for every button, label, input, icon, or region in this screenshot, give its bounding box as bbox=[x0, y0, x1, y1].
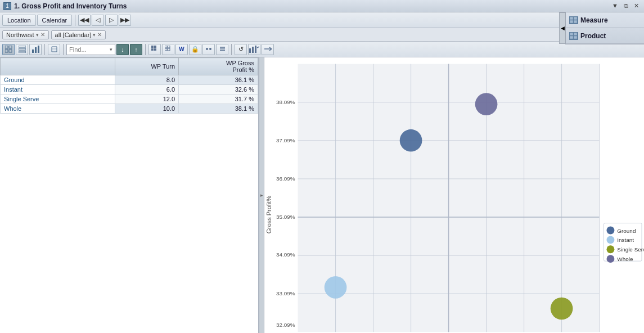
svg-rect-10 bbox=[5, 50, 8, 52]
table-row: Single Serve 12.0 31.7 % bbox=[1, 94, 258, 104]
location-button[interactable]: Location bbox=[2, 15, 36, 26]
find-up-btn[interactable]: ↑ bbox=[130, 44, 142, 55]
svg-rect-22 bbox=[165, 46, 167, 48]
filter-northwest-arrow[interactable]: ▾ bbox=[36, 32, 39, 38]
top-right-panel: ◀ Measure Product bbox=[565, 12, 644, 44]
bubble-ground[interactable] bbox=[400, 129, 422, 152]
nav-prev-btn[interactable]: ◁ bbox=[92, 15, 104, 26]
svg-point-78 bbox=[606, 255, 614, 263]
svg-rect-19 bbox=[154, 46, 156, 48]
cell-gross-profit: 38.1 % bbox=[179, 104, 258, 114]
col-header-gross: WP GrossProfit % bbox=[179, 58, 258, 75]
svg-point-74 bbox=[606, 236, 614, 244]
title-icon: 1 bbox=[3, 2, 11, 10]
options-btn4[interactable] bbox=[216, 44, 228, 55]
cell-gross-profit: 31.7 % bbox=[179, 94, 258, 104]
filter-calendar-remove[interactable]: ✕ bbox=[97, 32, 102, 38]
svg-text:37.09%: 37.09% bbox=[276, 137, 295, 143]
svg-rect-2 bbox=[570, 20, 573, 23]
svg-rect-5 bbox=[574, 33, 577, 35]
svg-point-27 bbox=[209, 48, 211, 50]
col-header-turn: WP Turn bbox=[115, 58, 179, 75]
sep4 bbox=[145, 44, 146, 55]
chart-options-btn[interactable] bbox=[248, 44, 260, 55]
nav-first-btn[interactable]: ◀◀ bbox=[78, 15, 91, 26]
svg-rect-9 bbox=[9, 46, 12, 48]
separator1 bbox=[75, 15, 75, 26]
view-grid-btn[interactable] bbox=[2, 44, 15, 55]
extra-view-btn[interactable] bbox=[48, 44, 60, 55]
svg-rect-4 bbox=[570, 33, 573, 35]
view-detail-btn[interactable] bbox=[16, 44, 28, 55]
refresh-btn[interactable]: ↺ bbox=[235, 44, 247, 55]
cell-name: Whole bbox=[1, 104, 115, 114]
svg-text:35.09%: 35.09% bbox=[276, 214, 295, 220]
cell-name: Ground bbox=[1, 75, 115, 85]
cell-name: Instant bbox=[1, 85, 115, 94]
svg-text:34.09%: 34.09% bbox=[276, 251, 295, 258]
svg-text:Whole: Whole bbox=[617, 256, 633, 262]
svg-rect-7 bbox=[574, 36, 577, 39]
main-content: WP Turn WP GrossProfit % Ground 8.0 36.1… bbox=[0, 57, 644, 333]
measure-row: Measure bbox=[566, 12, 644, 28]
nav-next-btn[interactable]: ▷ bbox=[105, 15, 118, 26]
svg-rect-20 bbox=[151, 48, 154, 51]
calendar-button[interactable]: Calendar bbox=[37, 15, 73, 26]
find-down-btn[interactable]: ↓ bbox=[116, 44, 129, 55]
svg-text:36.09%: 36.09% bbox=[276, 176, 295, 182]
svg-rect-8 bbox=[5, 46, 8, 48]
svg-text:Ground: Ground bbox=[617, 228, 636, 234]
nav-last-btn[interactable]: ▶▶ bbox=[119, 15, 131, 26]
bubble-single-serve[interactable] bbox=[551, 298, 573, 320]
chart-panel: 38.09% 37.09% 36.09% 35.09% 34.09% 33.09… bbox=[264, 57, 644, 333]
svg-rect-13 bbox=[19, 48, 26, 50]
panel-resize-handle[interactable]: ▸ bbox=[259, 57, 264, 333]
options-btn1[interactable] bbox=[148, 44, 161, 55]
toolbar2: ▾ ↓ ↑ W 🔒 ↺ bbox=[0, 42, 644, 57]
bubble-whole[interactable] bbox=[475, 93, 498, 115]
toolbar1: Location Calendar ◀◀ ◁ ▷ ▶▶ bbox=[0, 12, 644, 28]
filter-northwest-remove[interactable]: ✕ bbox=[40, 32, 45, 38]
close-btn[interactable]: ✕ bbox=[632, 2, 641, 10]
dropdown-btn[interactable]: ▼ bbox=[610, 2, 620, 10]
svg-rect-14 bbox=[19, 51, 26, 53]
svg-point-76 bbox=[606, 245, 614, 253]
filter-chip-northwest[interactable]: Northwest ▾ ✕ bbox=[2, 30, 49, 39]
options-btn2[interactable] bbox=[162, 44, 174, 55]
product-label: Product bbox=[580, 32, 606, 40]
col-header-name bbox=[1, 58, 115, 75]
word-btn[interactable]: W bbox=[175, 44, 188, 55]
bubble-instant[interactable] bbox=[325, 276, 347, 299]
scatter-chart: 38.09% 37.09% 36.09% 35.09% 34.09% 33.09… bbox=[264, 57, 644, 333]
title-bar: 1 1. Gross Profit and Inventory Turns ▼ … bbox=[0, 0, 644, 12]
view-chart-btn[interactable] bbox=[29, 44, 42, 55]
cell-gross-profit: 32.6 % bbox=[179, 85, 258, 94]
svg-point-26 bbox=[206, 48, 208, 50]
table-row: Ground 8.0 36.1 % bbox=[1, 75, 258, 85]
filter-calendar-arrow[interactable]: ▾ bbox=[93, 32, 96, 38]
svg-rect-15 bbox=[32, 50, 34, 53]
svg-rect-32 bbox=[252, 47, 254, 53]
find-combo-arrow[interactable]: ▾ bbox=[110, 47, 112, 52]
more-btn[interactable] bbox=[262, 44, 274, 55]
svg-text:Instant: Instant bbox=[617, 237, 634, 243]
measure-label: Measure bbox=[580, 16, 608, 24]
svg-rect-33 bbox=[255, 46, 256, 53]
lock-btn[interactable]: 🔒 bbox=[189, 44, 201, 55]
filter-bar: Northwest ▾ ✕ all [Calendar] ▾ ✕ bbox=[0, 28, 644, 42]
filter-northwest-label: Northwest bbox=[6, 32, 34, 38]
title-controls: ▼ ⧉ ✕ bbox=[610, 2, 641, 10]
options-btn3[interactable] bbox=[202, 44, 215, 55]
svg-rect-24 bbox=[165, 48, 167, 51]
sep3 bbox=[63, 44, 64, 55]
sep5 bbox=[231, 44, 232, 55]
svg-rect-21 bbox=[154, 48, 156, 51]
find-combo[interactable]: ▾ bbox=[66, 44, 115, 55]
restore-btn[interactable]: ⧉ bbox=[622, 2, 630, 10]
filter-chip-calendar[interactable]: all [Calendar] ▾ ✕ bbox=[51, 30, 106, 39]
panel-collapse-handle[interactable]: ◀ bbox=[559, 12, 566, 44]
svg-rect-31 bbox=[249, 48, 251, 53]
svg-rect-18 bbox=[151, 46, 154, 48]
svg-point-72 bbox=[606, 227, 614, 235]
find-input[interactable] bbox=[69, 46, 109, 53]
